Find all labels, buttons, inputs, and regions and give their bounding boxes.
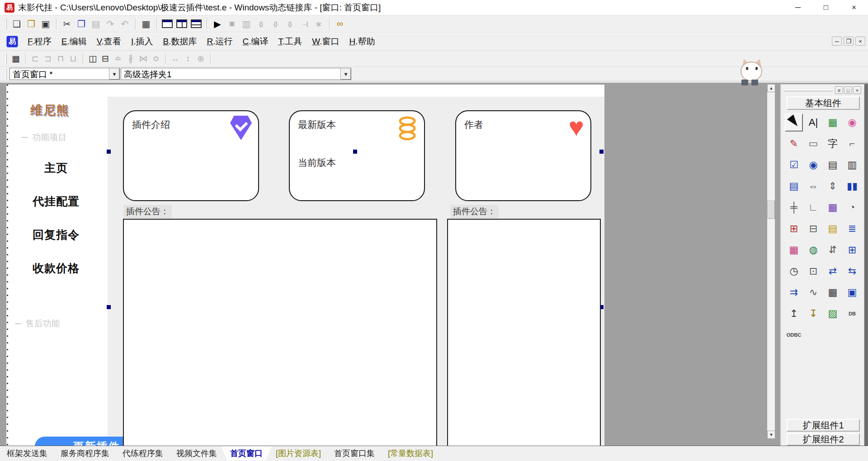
- basic-components-header[interactable]: 基本组件: [787, 96, 860, 110]
- chevron-down-icon[interactable]: ▼: [109, 68, 119, 80]
- center-vertical-icon[interactable]: ⊟: [99, 53, 112, 65]
- media-player-icon[interactable]: ▣: [843, 283, 861, 301]
- card-author[interactable]: 作者 ♥: [455, 110, 591, 201]
- menu-B[interactable]: B.数据库: [158, 34, 202, 49]
- menu-C[interactable]: C.编译: [238, 34, 274, 49]
- center-horizontal-icon[interactable]: ◫: [86, 53, 99, 65]
- menu-V[interactable]: V.查看: [92, 34, 126, 49]
- pause-hand-icon[interactable]: ∗: [312, 18, 326, 30]
- label-component-icon[interactable]: A|: [804, 113, 822, 132]
- tab-图片资源表[interactable]: [图片资源表]: [267, 447, 330, 460]
- vscrollbar-icon[interactable]: ⇕: [824, 177, 842, 195]
- sidebar-item-代挂配置[interactable]: 代挂配置: [31, 194, 81, 209]
- ip-edit-icon[interactable]: ⊟: [804, 220, 822, 238]
- step-over-icon[interactable]: {}: [254, 18, 268, 30]
- notice-label[interactable]: 插件公告：: [450, 205, 499, 218]
- notice-panel[interactable]: [123, 219, 437, 446]
- resize-handle[interactable]: [353, 150, 357, 154]
- stop-icon[interactable]: ■: [225, 18, 239, 30]
- card-version[interactable]: 最新版本 当前版本: [289, 110, 425, 201]
- button-component-icon[interactable]: ◉: [843, 113, 861, 132]
- tab-视频文件集[interactable]: 视频文件集: [167, 447, 226, 460]
- align-top-icon[interactable]: ⊓: [54, 53, 67, 65]
- minimize-button[interactable]: ─: [784, 0, 812, 15]
- internet-icon[interactable]: ◍: [804, 241, 822, 259]
- card-plugin-intro[interactable]: 插件介绍: [123, 110, 259, 201]
- tab-框架发送集[interactable]: 框架发送集: [0, 447, 57, 460]
- form-design-canvas[interactable]: 维尼熊 ─功能项目 主页代挂配置回复指令收款价格 ─售后功能 更新插件 插件介绍…: [6, 84, 604, 446]
- chevron-down-icon[interactable]: ▼: [340, 68, 351, 80]
- export-document-icon[interactable]: ↥: [785, 305, 803, 323]
- tab-代练程序集[interactable]: 代练程序集: [113, 447, 172, 460]
- same-height-icon[interactable]: ↕: [182, 53, 194, 65]
- color-picker-icon[interactable]: ▦: [785, 241, 803, 259]
- menu-F[interactable]: F.程序: [23, 34, 57, 49]
- menu-T[interactable]: T.工具: [274, 34, 307, 49]
- hscrollbar-icon[interactable]: ⇔: [804, 177, 822, 195]
- picture-box-icon[interactable]: ▦: [824, 113, 842, 132]
- scroll-up-icon[interactable]: ▲: [767, 84, 775, 92]
- tool-window-icon[interactable]: ⊞: [843, 241, 861, 259]
- client-socket-icon[interactable]: ⇄: [824, 262, 842, 280]
- run-icon[interactable]: ▶: [211, 18, 224, 30]
- text-label-icon[interactable]: 字: [824, 135, 842, 153]
- mdi-close-button[interactable]: ×: [855, 37, 865, 46]
- resize-handle[interactable]: [107, 150, 111, 154]
- section-label-aftersale[interactable]: ─售后功能: [15, 318, 60, 329]
- copy-icon[interactable]: ❒: [75, 18, 88, 30]
- notice-panel[interactable]: [447, 219, 601, 446]
- radio-button-icon[interactable]: ◉: [804, 156, 822, 174]
- gauge-icon[interactable]: ◔: [843, 198, 861, 216]
- step-out-icon[interactable]: {}: [283, 18, 297, 30]
- palette-menu-button[interactable]: ≡: [835, 86, 843, 94]
- checkbox-icon[interactable]: ☑: [785, 156, 803, 174]
- palette-close-button[interactable]: ×: [853, 86, 861, 94]
- ime-box-icon[interactable]: ▭: [804, 135, 822, 153]
- align-bottom-icon[interactable]: ⊔: [67, 53, 80, 65]
- tab-常量数据表[interactable]: [常量数据表]: [379, 447, 442, 460]
- maximize-button[interactable]: □: [812, 0, 840, 15]
- split-mixed-icon[interactable]: [189, 18, 203, 30]
- sidebar-item-回复指令[interactable]: 回复指令: [31, 227, 81, 242]
- scroll-down-icon[interactable]: ▼: [767, 431, 775, 439]
- designer-vertical-scrollbar[interactable]: ▲ ▼: [767, 84, 775, 439]
- drawer-icon[interactable]: ⇵: [824, 241, 842, 259]
- new-file-icon[interactable]: ❏: [10, 18, 24, 30]
- menu-H[interactable]: H.帮助: [344, 34, 380, 49]
- extension-components-1-button[interactable]: 扩展组件1: [787, 419, 860, 432]
- combo-box-icon[interactable]: ▥: [843, 156, 861, 174]
- align-right-icon[interactable]: ⊐: [42, 53, 54, 65]
- window-selector-combo[interactable]: 首页窗口 * ▼: [9, 68, 120, 80]
- list-box-icon[interactable]: ▤: [785, 177, 803, 195]
- binoculars-search-icon[interactable]: ∞: [333, 18, 347, 30]
- pointer-tool-icon[interactable]: [785, 113, 803, 132]
- network-link-icon[interactable]: ⇉: [785, 283, 803, 301]
- printer-icon[interactable]: ⊡: [804, 262, 822, 280]
- same-width-icon[interactable]: ↔: [169, 53, 182, 65]
- step-into-icon[interactable]: {}: [269, 18, 282, 30]
- serial-port-icon[interactable]: ∿: [804, 283, 822, 301]
- resize-handle[interactable]: [599, 150, 604, 154]
- grid-snap-icon[interactable]: ▦: [9, 53, 22, 65]
- frame-icon[interactable]: ⌐: [843, 135, 861, 153]
- space-vertical-icon[interactable]: ≎: [150, 53, 162, 65]
- sidebar-item-收款价格[interactable]: 收款价格: [31, 261, 81, 276]
- same-top-icon[interactable]: ≐: [112, 53, 124, 65]
- dir-box-icon[interactable]: ▤: [824, 220, 842, 238]
- mdi-minimize-button[interactable]: ─: [832, 37, 842, 46]
- undo-icon[interactable]: ↶: [118, 18, 132, 30]
- tile-window-icon[interactable]: [160, 18, 174, 30]
- container-selector-combo[interactable]: 高级选择夹1 ▼: [121, 68, 351, 80]
- date-picker-icon[interactable]: ⊞: [785, 220, 803, 238]
- same-left-icon[interactable]: ∦: [124, 53, 137, 65]
- paste-icon[interactable]: ▤: [89, 18, 103, 30]
- menu-R[interactable]: R.运行: [202, 34, 238, 49]
- tab-首页窗口集[interactable]: 首页窗口集: [325, 447, 384, 460]
- find-table-icon[interactable]: ▦: [139, 18, 153, 30]
- timer-icon[interactable]: ◷: [785, 262, 803, 280]
- mdi-restore-button[interactable]: ❐: [844, 37, 854, 46]
- export-database-icon[interactable]: ↧: [804, 305, 822, 323]
- scrollbar-thumb[interactable]: [768, 201, 775, 219]
- extension-components-2-button[interactable]: 扩展组件2: [787, 433, 860, 446]
- close-button[interactable]: ×: [840, 0, 868, 15]
